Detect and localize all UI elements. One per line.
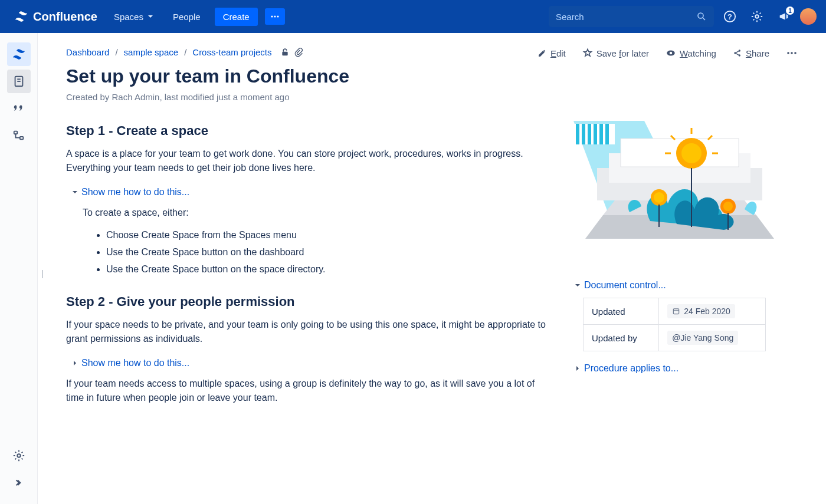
share-icon — [733, 48, 742, 58]
eye-icon — [666, 48, 676, 58]
expand-icon — [12, 476, 25, 489]
step1-body: A space is a place for your team to get … — [66, 147, 550, 175]
chevron-right-icon — [71, 359, 79, 367]
svg-rect-24 — [282, 51, 287, 55]
breadcrumb-parent[interactable]: Cross-team projects — [192, 47, 271, 57]
svg-point-39 — [681, 143, 702, 163]
create-button[interactable]: Create — [215, 8, 258, 26]
help-button[interactable]: ? — [719, 5, 741, 28]
svg-rect-52 — [674, 309, 679, 314]
svg-rect-11 — [14, 131, 17, 134]
step1-expand[interactable]: Show me how to do this... — [71, 187, 550, 197]
watch-action[interactable]: Watching — [666, 48, 716, 58]
help-icon: ? — [723, 10, 736, 23]
search-icon — [696, 11, 707, 22]
search-box[interactable] — [549, 6, 714, 27]
svg-line-19 — [736, 51, 739, 53]
svg-rect-29 — [588, 124, 591, 144]
breadcrumb: Dashboard / sample space / Cross-team pr… — [66, 47, 537, 57]
svg-text:?: ? — [727, 12, 732, 21]
svg-point-3 — [698, 13, 703, 18]
sidebar-tree[interactable] — [7, 124, 31, 147]
more-actions[interactable] — [786, 47, 798, 59]
svg-rect-32 — [605, 124, 609, 144]
gear-icon — [12, 449, 25, 462]
search-input[interactable] — [556, 12, 696, 22]
quote-icon — [12, 102, 25, 115]
step1-bullets: Choose Create Space from the Spaces menu… — [106, 227, 550, 278]
sidebar-blog[interactable] — [7, 97, 31, 120]
hero-illustration — [573, 121, 786, 262]
star-icon — [582, 48, 593, 58]
step1-intro: To create a space, either: — [83, 206, 550, 220]
svg-point-13 — [17, 454, 21, 457]
svg-point-0 — [271, 15, 273, 17]
svg-point-21 — [787, 52, 789, 54]
sidebar-settings[interactable] — [7, 444, 31, 467]
svg-point-50 — [723, 202, 733, 211]
share-action[interactable]: Share — [733, 48, 769, 58]
user-avatar[interactable] — [800, 8, 817, 25]
svg-line-20 — [736, 54, 739, 55]
step2-body2: If your team needs access to multiple sp… — [66, 377, 550, 405]
svg-rect-31 — [599, 124, 603, 144]
breadcrumb-dashboard[interactable]: Dashboard — [66, 47, 109, 57]
svg-rect-12 — [19, 137, 23, 140]
restrictions-icon[interactable] — [280, 48, 290, 57]
confluence-icon — [12, 47, 26, 61]
svg-rect-27 — [576, 124, 579, 144]
pencil-icon — [537, 48, 547, 58]
step2-body1: If your space needs to be private, and y… — [66, 318, 550, 346]
gear-icon — [750, 10, 763, 23]
svg-point-2 — [277, 15, 278, 17]
step2-expand[interactable]: Show me how to do this... — [71, 358, 550, 368]
svg-point-15 — [670, 52, 673, 55]
product-logo[interactable]: Confluence — [9, 9, 102, 24]
sidebar-collapse-handle[interactable]: || — [41, 269, 42, 278]
svg-point-1 — [274, 15, 276, 17]
calendar-icon — [672, 307, 680, 315]
create-more-button[interactable] — [265, 8, 285, 25]
dots-icon — [786, 47, 798, 59]
chevron-right-icon — [573, 364, 582, 373]
svg-point-47 — [654, 192, 664, 203]
svg-point-7 — [755, 15, 759, 18]
svg-rect-30 — [594, 124, 597, 144]
product-name: Confluence — [33, 10, 97, 24]
page-title: Set up your team in Confluence — [66, 65, 798, 87]
notification-badge: 1 — [786, 6, 794, 15]
sidebar-pages[interactable] — [7, 70, 31, 93]
dots-icon — [270, 11, 280, 22]
nav-people[interactable]: People — [166, 7, 208, 27]
chevron-down-icon — [71, 188, 79, 196]
svg-rect-28 — [582, 124, 585, 144]
chevron-down-icon — [573, 281, 582, 289]
sidebar: || — [0, 33, 38, 504]
confluence-icon — [14, 9, 28, 24]
page-icon — [12, 75, 25, 88]
svg-point-22 — [791, 52, 793, 54]
page-byline: Created by Rach Admin, last modified jus… — [66, 92, 798, 102]
updated-date: 24 Feb 2020 — [667, 304, 735, 318]
updated-label: Updated — [584, 298, 659, 325]
page-actions: Edit Save for later Watching Share — [537, 47, 798, 59]
step1-heading: Step 1 - Create a space — [66, 123, 550, 139]
notifications-button[interactable]: 1 — [773, 5, 795, 28]
nav-spaces[interactable]: Spaces — [107, 7, 161, 27]
doc-control-expand[interactable]: Document control... — [573, 280, 786, 291]
sidebar-expand[interactable] — [7, 471, 31, 495]
tree-icon — [12, 129, 25, 142]
chevron-down-icon — [147, 13, 154, 20]
breadcrumb-space[interactable]: sample space — [124, 47, 179, 57]
save-action[interactable]: Save for later — [582, 48, 649, 58]
edit-action[interactable]: Edit — [537, 48, 566, 58]
settings-button[interactable] — [746, 5, 768, 28]
updated-by-user[interactable]: @Jie Yang Song — [667, 331, 738, 345]
attachment-icon[interactable] — [294, 48, 304, 57]
svg-point-23 — [794, 52, 796, 54]
sidebar-app-icon[interactable] — [7, 42, 31, 66]
updated-by-label: Updated by — [584, 325, 659, 351]
step2-heading: Step 2 - Give your people permission — [66, 294, 550, 309]
procedure-expand[interactable]: Procedure applies to... — [573, 363, 786, 374]
svg-line-4 — [703, 18, 705, 20]
